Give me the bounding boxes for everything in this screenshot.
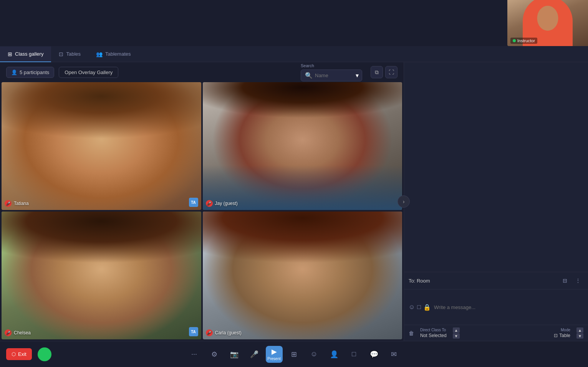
present-button[interactable]: ▶ Present	[266, 346, 283, 363]
chat-area: To: Room ⊟ ⋮ ☺ □ 🔒 🗑 Direct Class To	[404, 272, 588, 341]
direct-class-arrows[interactable]: ▲ ▼	[453, 327, 460, 339]
camera-icon: 📷	[230, 350, 239, 359]
overlay-gallery-button[interactable]: Open Overlay Gallery	[59, 67, 118, 78]
chat-bottom-bar: 🗑 Direct Class To Not Selected ▲ ▼ Mode …	[404, 325, 588, 341]
chat-input-icons-left: ☺ □ 🔒	[409, 304, 431, 311]
video-cell-chelsea: 🎤 Chelsea TA	[2, 212, 201, 339]
instructor-label: Instructor	[510, 38, 537, 44]
video-cell-tatiana: 🎤 Tatiana TA	[2, 82, 201, 210]
expand-panel-button[interactable]: ›	[398, 195, 410, 208]
search-dropdown-icon[interactable]: ▾	[356, 72, 359, 79]
main-row: 👤 5 participants Open Overlay Gallery Se…	[0, 62, 588, 341]
right-panel: To: Room ⊟ ⋮ ☺ □ 🔒 🗑 Direct Class To	[404, 62, 588, 341]
search-input-wrap[interactable]: 🔍 ▾	[301, 69, 362, 81]
mute-icon-carla: 🎤	[206, 329, 213, 336]
ta-badge-tatiana: TA	[189, 198, 198, 207]
camera-button[interactable]: 📷	[226, 346, 243, 363]
more-button[interactable]: ···	[186, 346, 203, 363]
mode-value: ⊡ Table	[554, 333, 570, 338]
direct-class-up[interactable]: ▲	[453, 327, 460, 333]
direct-class-down[interactable]: ▼	[453, 333, 460, 339]
tables-icon: ⊡	[59, 51, 63, 57]
direct-class-value-text: Not Selected	[420, 333, 447, 338]
mode-down[interactable]: ▼	[576, 333, 583, 339]
participants-badge[interactable]: 👤 5 participants	[6, 67, 54, 78]
mute-icon-jay: 🎤	[206, 200, 213, 207]
mode-icon: ⊡	[554, 333, 558, 338]
video-grid: 🎤 Tatiana TA 🎤 Jay (guest)	[0, 82, 404, 341]
search-label: Search	[301, 63, 362, 68]
fullscreen-button[interactable]: ⛶	[385, 66, 398, 78]
instructor-video: Instructor	[507, 0, 588, 46]
top-area: Instructor	[0, 0, 588, 46]
video-cell-carla: 🎤 Carla (guest)	[203, 212, 402, 339]
message-icon: ✉	[391, 350, 397, 359]
chat-format-button[interactable]: ⊟	[560, 275, 570, 286]
people-button[interactable]: 👤	[326, 346, 343, 363]
mode-arrows[interactable]: ▲ ▼	[576, 327, 583, 339]
mic-icon: 🎤	[250, 350, 258, 359]
participants-icon: 👤	[11, 69, 17, 75]
trash-icon[interactable]: 🗑	[409, 330, 414, 336]
tablemates-icon: 👥	[96, 51, 103, 57]
participant-name-carla: Carla (guest)	[215, 330, 242, 336]
mode-up[interactable]: ▲	[576, 327, 583, 333]
controls-bar: 👤 5 participants Open Overlay Gallery Se…	[0, 62, 404, 82]
whiteboard-button[interactable]: □	[346, 346, 363, 363]
online-indicator	[513, 39, 516, 42]
direct-class-value: Not Selected	[420, 333, 447, 338]
mode-value-text: Table	[559, 333, 570, 338]
video-label-jay: 🎤 Jay (guest)	[206, 200, 238, 207]
emoji-icon[interactable]: ☺	[409, 304, 415, 311]
overlay-view-button[interactable]: ⧉	[371, 66, 383, 78]
participant-name-jay: Jay (guest)	[215, 201, 238, 206]
layout-button[interactable]: ⊞	[286, 346, 303, 363]
instructor-name: Instructor	[517, 38, 535, 43]
video-label-carla: 🎤 Carla (guest)	[206, 329, 242, 336]
tab-tablemates[interactable]: 👥 Tablemates	[88, 46, 138, 62]
exit-button[interactable]: ⬡ Exit	[6, 348, 32, 360]
participants-count: 5 participants	[20, 69, 49, 75]
emoji-button[interactable]: ☺	[306, 346, 323, 363]
message-button[interactable]: ✉	[386, 346, 402, 363]
green-circle-button[interactable]	[38, 347, 51, 361]
whiteboard-icon: □	[352, 350, 356, 358]
tab-tablemates-label: Tablemates	[105, 51, 131, 57]
search-icon: 🔍	[305, 72, 313, 79]
chat-to-bar: To: Room ⊟ ⋮	[404, 272, 588, 289]
chat-button[interactable]: 💬	[366, 346, 383, 363]
attachment-icon[interactable]: □	[417, 304, 421, 311]
tab-class-gallery[interactable]: ⊞ Class gallery	[0, 46, 51, 62]
gallery-area: 👤 5 participants Open Overlay Gallery Se…	[0, 62, 404, 341]
tab-tables-label: Tables	[66, 51, 81, 57]
chat-more-button[interactable]: ⋮	[573, 275, 583, 286]
video-label-chelsea: 🎤 Chelsea	[5, 329, 31, 336]
more-icon: ···	[191, 350, 197, 358]
exit-icon: ⬡	[12, 351, 16, 357]
tab-class-gallery-label: Class gallery	[15, 51, 43, 57]
participant-name-tatiana: Tatiana	[14, 201, 29, 206]
participant-name-chelsea: Chelsea	[14, 330, 31, 336]
layout-icon: ⊞	[291, 350, 297, 359]
video-label-tatiana: 🎤 Tatiana	[5, 200, 29, 207]
mic-button[interactable]: 🎤	[246, 346, 263, 363]
search-input[interactable]	[315, 73, 353, 78]
settings-button[interactable]: ⚙	[206, 346, 223, 363]
ta-badge-chelsea: TA	[189, 327, 198, 336]
chat-to-label: To: Room	[409, 278, 430, 284]
people-icon: 👤	[330, 350, 338, 359]
tab-tables[interactable]: ⊡ Tables	[51, 46, 88, 62]
present-icon: ▶	[272, 347, 277, 356]
video-cell-jay: 🎤 Jay (guest)	[203, 82, 402, 210]
chat-bubble-icon: 💬	[370, 350, 378, 359]
chat-input-area[interactable]: ☺ □ 🔒	[404, 289, 588, 325]
tab-bar: ⊞ Class gallery ⊡ Tables 👥 Tablemates	[0, 46, 588, 62]
direct-class-section: Direct Class To Not Selected	[420, 328, 447, 338]
file-icon[interactable]: 🔒	[423, 304, 431, 311]
chat-input[interactable]	[434, 304, 583, 310]
chat-actions: ⊟ ⋮	[560, 275, 583, 286]
mute-icon-chelsea: 🎤	[5, 329, 12, 336]
direct-class-label: Direct Class To	[420, 328, 447, 332]
view-icons: ⧉ ⛶	[371, 66, 398, 78]
mute-icon-tatiana: 🎤	[5, 200, 12, 207]
